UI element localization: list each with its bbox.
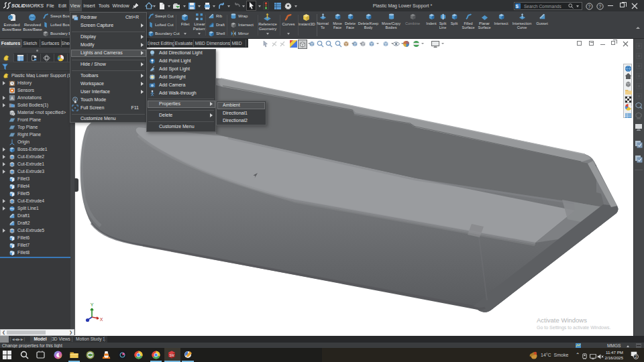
svg-text:X: X bbox=[100, 317, 103, 322]
svg-text:Y: Y bbox=[91, 302, 94, 307]
svg-text:2: 2 bbox=[635, 355, 637, 359]
svg-text:SW: SW bbox=[169, 354, 174, 357]
